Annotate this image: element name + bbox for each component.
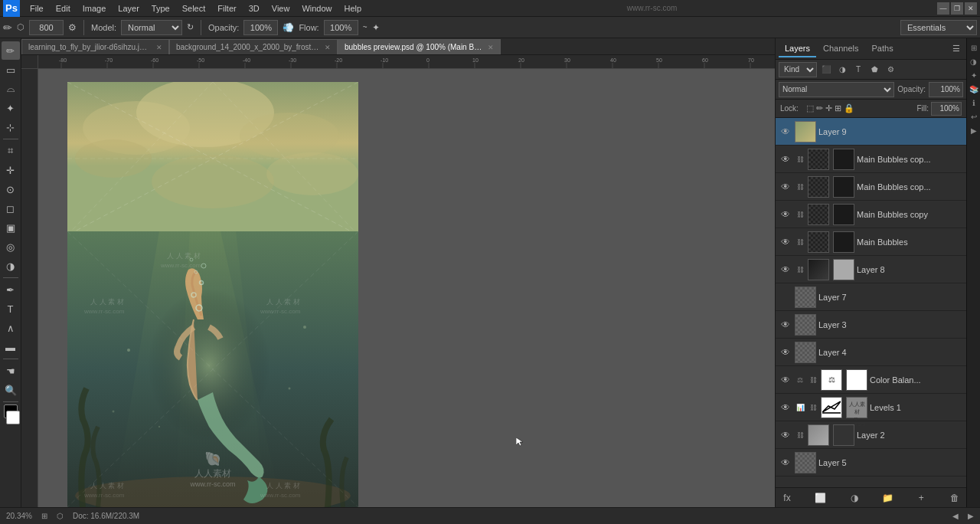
menu-layer[interactable]: Layer xyxy=(113,2,145,15)
layer-row-colorbalance[interactable]: 👁 ⚖ ⛓ ⚖ Color Balan... xyxy=(776,366,966,394)
tab-layers[interactable]: Layers xyxy=(779,41,816,57)
filter-type-icon[interactable]: T xyxy=(851,63,865,77)
layer-eye-layer2[interactable]: 👁 xyxy=(779,430,792,440)
brush-size-input[interactable]: 800 xyxy=(29,20,64,35)
layer-eye-mb3[interactable]: 👁 xyxy=(779,154,792,165)
layer-eye-layer9[interactable]: 👁 xyxy=(779,126,792,137)
lock-paint-icon[interactable]: ✏ xyxy=(816,103,823,113)
layer-eye-layer3[interactable]: 👁 xyxy=(779,319,792,330)
tab-close-2[interactable]: ✕ xyxy=(325,44,331,51)
layer-eye-layer5[interactable]: 👁 xyxy=(779,457,792,468)
background-color[interactable] xyxy=(6,411,20,424)
layer-row-layer7[interactable]: Layer 7 xyxy=(776,283,966,311)
maximize-button[interactable]: ❐ xyxy=(951,2,963,15)
styles-icon[interactable]: ✦ xyxy=(968,69,980,81)
layer-row-layer9[interactable]: 👁 Layer 9 xyxy=(776,118,966,146)
canvas-image-container[interactable]: 人 人 素 材 www.rr-sc.com 人 人 素 材 www.rr-sc.… xyxy=(67,82,358,507)
tool-blur[interactable]: ◎ xyxy=(2,237,20,256)
tool-magic-wand[interactable]: ✦ xyxy=(2,99,20,117)
layer-row-main-bubbles-2[interactable]: 👁 ⛓ Main Bubbles cop... xyxy=(776,173,966,201)
menu-file[interactable]: File xyxy=(24,2,49,15)
tab-learning[interactable]: learning_to_fly_by_jlior-d6sihzu.jpg @ 1… xyxy=(21,39,169,54)
status-nav-right[interactable]: ▶ xyxy=(968,512,974,520)
layer-row-layer2[interactable]: 👁 ⛓ Layer 2 xyxy=(776,421,966,449)
filter-kind-select[interactable]: Kind xyxy=(779,62,817,77)
tab-bubbles[interactable]: bubbles preview.psd @ 100% (Main Bubbles… xyxy=(338,39,501,54)
layer-fx-button[interactable]: fx xyxy=(779,490,795,506)
menu-filter[interactable]: Filter xyxy=(212,2,241,15)
tool-eyedropper[interactable]: ⌗ xyxy=(2,142,20,160)
layer-row-layer8[interactable]: 👁 ⛓ Layer 8 xyxy=(776,256,966,283)
flow-input[interactable]: 100% xyxy=(324,20,358,35)
model-select[interactable]: Normal Multiply Screen xyxy=(121,20,182,35)
layer-row-main-bubbles[interactable]: 👁 ⛓ Main Bubbles xyxy=(776,228,966,256)
menu-edit[interactable]: Edit xyxy=(51,2,76,15)
layer-eye-layer4[interactable]: 👁 xyxy=(779,347,792,358)
tab-background[interactable]: background_14_2000_x_2000_by_frostbo-d45… xyxy=(169,39,338,54)
actions-icon[interactable]: ▶ xyxy=(968,124,980,136)
layer-new-button[interactable]: + xyxy=(913,490,929,506)
tab-paths[interactable]: Paths xyxy=(866,41,900,57)
menu-image[interactable]: Image xyxy=(77,2,112,15)
tool-hand[interactable]: ☚ xyxy=(2,362,20,380)
panel-menu-icon[interactable]: ☰ xyxy=(949,42,963,56)
tool-brush[interactable]: ✏ xyxy=(2,41,20,60)
history-icon[interactable]: ↩ xyxy=(968,110,980,123)
tool-dodge[interactable]: ◑ xyxy=(2,257,20,275)
filter-smart-icon[interactable]: ⚙ xyxy=(884,63,897,77)
menu-window[interactable]: Window xyxy=(296,2,337,15)
fill-value-input[interactable]: 100% xyxy=(931,102,962,116)
menu-type[interactable]: Type xyxy=(146,2,175,15)
opacity-value-input[interactable]: 100% xyxy=(929,82,963,97)
lock-all-icon[interactable]: 🔒 xyxy=(844,103,854,113)
properties-icon[interactable]: ⊞ xyxy=(968,41,980,54)
layer-eye-mbc[interactable]: 👁 xyxy=(779,209,792,220)
tool-shape[interactable]: ▬ xyxy=(2,338,20,356)
lock-move-icon[interactable]: ✛ xyxy=(825,103,832,113)
tool-crop[interactable]: ⊹ xyxy=(2,118,20,136)
blend-mode-select[interactable]: Normal Multiply Screen Overlay xyxy=(779,82,894,97)
layer-mask-button[interactable]: ⬜ xyxy=(812,490,829,506)
layer-row-main-bubbles-copy[interactable]: 👁 ⛓ Main Bubbles copy xyxy=(776,201,966,228)
layer-row-layer3[interactable]: 👁 Layer 3 xyxy=(776,311,966,339)
filter-shape-icon[interactable]: ⬟ xyxy=(867,63,881,77)
airbrush-icon[interactable]: 💨 xyxy=(283,22,294,33)
tool-path[interactable]: ∧ xyxy=(2,319,20,337)
lock-transparent-icon[interactable]: ⬚ xyxy=(806,103,814,113)
tool-lasso[interactable]: ⌓ xyxy=(2,80,20,98)
brush-options-icon[interactable]: ⚙ xyxy=(68,22,77,33)
layer-eye-mb[interactable]: 👁 xyxy=(779,237,792,247)
tool-marquee[interactable]: ▭ xyxy=(2,61,20,79)
adjustments-icon[interactable]: ◑ xyxy=(968,55,980,67)
filter-adjust-icon[interactable]: ◑ xyxy=(835,63,849,77)
workspace-select[interactable]: Essentials xyxy=(900,20,977,35)
menu-3d[interactable]: 3D xyxy=(243,2,265,15)
status-nav-left[interactable]: ◀ xyxy=(952,512,959,520)
tab-channels[interactable]: Channels xyxy=(817,41,864,57)
canvas-content[interactable]: -80-70-60-50-40-30-20-10010203040506070 xyxy=(21,55,775,507)
layer-delete-button[interactable]: 🗑 xyxy=(946,490,963,506)
minimize-button[interactable]: — xyxy=(937,2,949,15)
tablet-icon[interactable]: ✦ xyxy=(372,22,380,33)
layer-row-levels[interactable]: 👁 📊 ⛓ 人人素材rr-sc.com Levels 1 xyxy=(776,394,966,421)
tool-type[interactable]: T xyxy=(2,300,20,318)
libraries-icon[interactable]: 📚 xyxy=(968,83,980,95)
menu-help[interactable]: Help xyxy=(339,2,368,15)
layer-adjustment-button[interactable]: ◑ xyxy=(846,490,863,506)
layer-eye-mb2[interactable]: 👁 xyxy=(779,182,792,192)
close-button[interactable]: ✕ xyxy=(965,2,977,15)
smoothing-icon[interactable]: ~ xyxy=(363,23,368,31)
opacity-input[interactable]: 100% xyxy=(243,20,278,35)
layer-eye-layer8[interactable]: 👁 xyxy=(779,264,792,275)
layer-eye-lv[interactable]: 👁 xyxy=(779,402,792,413)
menu-view[interactable]: View xyxy=(266,2,296,15)
tool-heal[interactable]: ✛ xyxy=(2,161,20,179)
layer-eye-cb[interactable]: 👁 xyxy=(779,375,792,385)
menu-select[interactable]: Select xyxy=(177,2,211,15)
tab-close-3[interactable]: ✕ xyxy=(488,44,494,51)
layer-row-layer5[interactable]: 👁 Layer 5 xyxy=(776,449,966,477)
tab-close-1[interactable]: ✕ xyxy=(156,44,162,51)
tool-pen[interactable]: ✒ xyxy=(2,280,20,299)
tool-gradient[interactable]: ▣ xyxy=(2,218,20,237)
tool-zoom[interactable]: 🔍 xyxy=(2,381,20,399)
